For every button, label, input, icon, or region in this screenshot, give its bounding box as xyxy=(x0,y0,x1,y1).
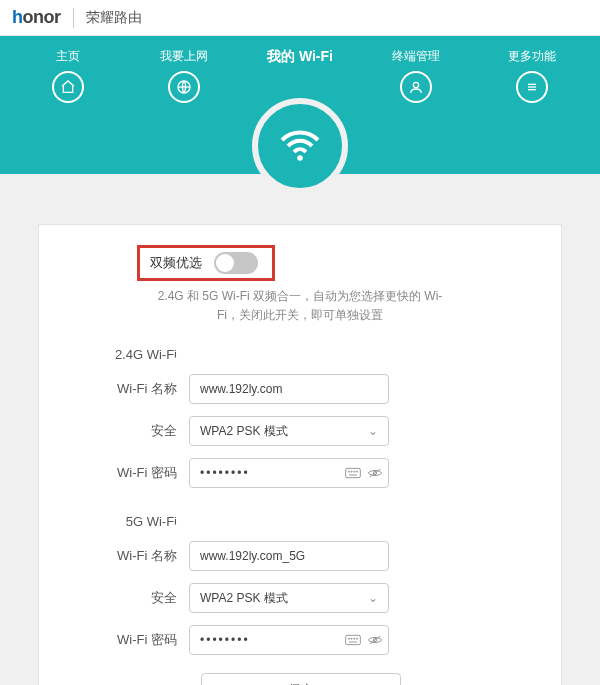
g24-password-label: Wi-Fi 密码 xyxy=(99,464,189,482)
svg-point-5 xyxy=(297,155,303,161)
brand-logo-rest: onor xyxy=(23,7,61,28)
chevron-down-icon: ⌄ xyxy=(368,424,378,438)
svg-point-16 xyxy=(351,639,352,640)
nav-more-label: 更多功能 xyxy=(474,48,590,65)
home-icon xyxy=(52,71,84,103)
nav-internet[interactable]: 我要上网 xyxy=(126,48,242,103)
g5-enable-row: 5G Wi-Fi xyxy=(99,514,501,529)
g24-name-input[interactable]: www.192ly.com xyxy=(189,374,389,404)
g24-password-row: Wi-Fi 密码 •••••••• xyxy=(99,458,501,488)
save-button[interactable]: 保存 xyxy=(201,673,401,685)
svg-point-17 xyxy=(354,639,355,640)
keyboard-icon[interactable] xyxy=(345,634,361,646)
user-icon xyxy=(400,71,432,103)
g24-name-row: Wi-Fi 名称 www.192ly.com xyxy=(99,374,501,404)
header-divider xyxy=(73,8,74,28)
g5-security-value: WPA2 PSK 模式 xyxy=(200,590,288,607)
g5-security-label: 安全 xyxy=(99,589,189,607)
nav-internet-label: 我要上网 xyxy=(126,48,242,65)
nav-wifi-label: 我的 Wi-Fi xyxy=(242,48,358,66)
g5-name-row: Wi-Fi 名称 www.192ly.com_5G xyxy=(99,541,501,571)
content-area: 双频优选 2.4G 和 5G Wi-Fi 双频合一，自动为您选择更快的 Wi-F… xyxy=(0,174,600,685)
nav-clients-label: 终端管理 xyxy=(358,48,474,65)
svg-point-9 xyxy=(354,472,355,473)
g24-security-select[interactable]: WPA2 PSK 模式 ⌄ xyxy=(189,416,389,446)
svg-point-18 xyxy=(356,639,357,640)
nav-home[interactable]: 主页 xyxy=(10,48,126,103)
brand-logo: honor xyxy=(12,7,61,28)
product-name: 荣耀路由 xyxy=(86,9,142,27)
svg-point-10 xyxy=(356,472,357,473)
g5-security-row: 安全 WPA2 PSK 模式 ⌄ xyxy=(99,583,501,613)
nav-clients[interactable]: 终端管理 xyxy=(358,48,474,103)
g24-password-mask: •••••••• xyxy=(200,466,250,480)
dual-band-highlight: 双频优选 xyxy=(137,245,275,281)
dual-band-help: 2.4G 和 5G Wi-Fi 双频合一，自动为您选择更快的 Wi-Fi，关闭此… xyxy=(150,287,450,325)
wifi-card: 双频优选 2.4G 和 5G Wi-Fi 双频合一，自动为您选择更快的 Wi-F… xyxy=(38,224,562,685)
svg-point-15 xyxy=(348,639,349,640)
dual-band-label: 双频优选 xyxy=(150,254,202,272)
g24-security-value: WPA2 PSK 模式 xyxy=(200,423,288,440)
nav-home-label: 主页 xyxy=(10,48,126,65)
svg-rect-6 xyxy=(346,469,361,478)
more-icon xyxy=(516,71,548,103)
g5-password-label: Wi-Fi 密码 xyxy=(99,631,189,649)
g5-name-input[interactable]: www.192ly.com_5G xyxy=(189,541,389,571)
g24-name-value: www.192ly.com xyxy=(200,382,282,396)
svg-point-1 xyxy=(413,82,418,87)
nav-wifi[interactable]: 我的 Wi-Fi xyxy=(242,48,358,103)
chevron-down-icon: ⌄ xyxy=(368,591,378,605)
svg-point-7 xyxy=(348,472,349,473)
g5-password-row: Wi-Fi 密码 •••••••• xyxy=(99,625,501,655)
eye-hide-icon[interactable] xyxy=(367,634,383,646)
g5-security-select[interactable]: WPA2 PSK 模式 ⌄ xyxy=(189,583,389,613)
top-header: honor 荣耀路由 xyxy=(0,0,600,36)
globe-icon xyxy=(168,71,200,103)
g24-security-row: 安全 WPA2 PSK 模式 ⌄ xyxy=(99,416,501,446)
g5-name-label: Wi-Fi 名称 xyxy=(99,547,189,565)
nav-more[interactable]: 更多功能 xyxy=(474,48,590,103)
g24-enable-row: 2.4G Wi-Fi xyxy=(99,347,501,362)
hero-nav: 主页 我要上网 我的 Wi-Fi 终端管理 更多功能 xyxy=(0,36,600,174)
keyboard-icon[interactable] xyxy=(345,467,361,479)
g5-password-mask: •••••••• xyxy=(200,633,250,647)
brand-logo-h: h xyxy=(12,7,23,28)
save-button-label: 保存 xyxy=(288,681,314,685)
dual-band-toggle[interactable] xyxy=(214,252,258,274)
wifi-hero-icon xyxy=(252,98,348,194)
svg-rect-14 xyxy=(346,636,361,645)
g5-name-value: www.192ly.com_5G xyxy=(200,549,305,563)
svg-point-8 xyxy=(351,472,352,473)
g24-security-label: 安全 xyxy=(99,422,189,440)
g24-name-label: Wi-Fi 名称 xyxy=(99,380,189,398)
eye-hide-icon[interactable] xyxy=(367,467,383,479)
